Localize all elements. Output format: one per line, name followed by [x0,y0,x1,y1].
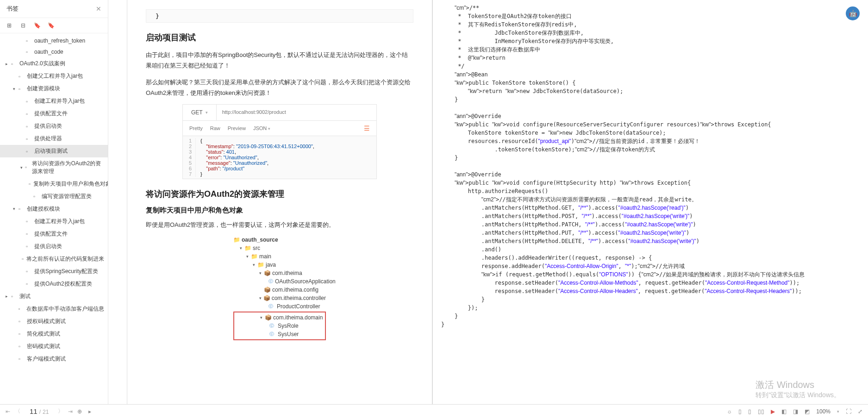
project-tree: 📁oauth_source ▾📁src ▾📁main ▾📁java ▾📦com.… [233,236,326,340]
code-panel: "cm">/** * TokenStore是OAuth2保存token的接口 *… [432,0,868,404]
bookmark-item[interactable]: ▫启动项目测试 [0,145,108,157]
postman-screenshot: GET▾ http://localhost:9002/product Prett… [182,104,377,179]
bookmark-item[interactable]: ▫复制昨天项目中用户和角色对象 [0,178,108,190]
bookmark-item[interactable]: ▫提供处理器 [0,132,108,145]
bookmark-alt-icon[interactable]: 🔖 [47,22,55,29]
view-single-icon[interactable]: ▯ [738,408,742,415]
prev-page-icon[interactable]: 〈 [15,407,20,415]
tab-raw: Raw [210,125,220,131]
fit-width-icon[interactable]: ⛶ [846,408,851,415]
brightness-icon[interactable]: ☼ [727,408,732,415]
bookmark-item[interactable]: ▫编写资源管理配置类 [0,190,108,203]
paragraph: 由于此刻，项目中添加的有SpringBoot的Security包，默认不通过认证… [146,50,413,71]
bookmark-item[interactable]: ▾▫创建资源模块 [0,82,108,95]
paragraph: 那么如何解决呢？第三天我们是采用单点登录的方式解决了这个问题，那么今天我们把这个… [146,77,413,99]
bookmark-item[interactable]: ▾▫将访问资源作为OAuth2的资源来管理 [0,157,108,178]
bookmark-item[interactable]: ▾▫创建授权模块 [0,203,108,215]
bookmark-icon[interactable]: 🔖 [33,22,41,29]
bookmark-item[interactable]: ▫提供配置文件 [0,107,108,120]
heading-oauth2-resource: 将访问资源作为OAuth2的资源来管理 [146,188,413,200]
sidebar-title: 书签 [6,5,19,13]
http-method: GET▾ [183,105,217,120]
bookmark-item[interactable]: ▫客户端模式测试 [0,353,108,365]
bookmark-item[interactable]: ▫在数据库中手动添加客户端信息 [0,303,108,315]
last-page-icon[interactable]: ⇥ [68,408,73,415]
close-icon[interactable]: ✕ [96,5,101,12]
bookmark-item[interactable]: ▫提供启动类 [0,240,108,253]
bookmark-item[interactable]: ▫创建工程并导入jar包 [0,215,108,228]
tool-icon-3[interactable]: ◩ [805,408,810,415]
tab-json: JSON ▾ [253,125,270,131]
bookmark-item[interactable]: ▫oauth_code [0,46,108,57]
fullscreen-icon[interactable]: ⤢ [858,408,862,415]
bookmark-sidebar: 书签 ✕ ⊞ ⊟ 🔖 🔖 ▫oauth_refresh_token▫oauth_… [0,0,108,404]
bookmark-item[interactable]: ▫提供配置文件 [0,228,108,240]
heading-startup-test: 启动项目测试 [146,32,413,43]
wrap-icon: ☰ [364,125,370,132]
tool-icon-2[interactable]: ◨ [793,408,798,415]
play-icon[interactable]: ▶ [771,408,775,415]
zoom-level[interactable]: 100% [816,408,831,415]
view-continuous-icon[interactable]: ▯ [748,408,751,415]
assistant-float-button[interactable]: 🤖 [846,6,860,20]
bookmark-item[interactable]: ▫提供启动类 [0,120,108,132]
bookmark-item[interactable]: ▫创建父工程并导入jar包 [0,70,108,82]
url-input: http://localhost:9002/product [217,105,376,120]
bookmark-item[interactable]: ▫提供SpringSecurity配置类 [0,265,108,278]
code-fragment: } [146,9,413,23]
sidebar-toolbar: ⊞ ⊟ 🔖 🔖 [0,18,108,33]
document-page: } 启动项目测试 由于此刻，项目中添加的有SpringBoot的Security… [127,0,432,404]
tab-pretty: Pretty [189,125,203,131]
heading-copy-objects: 复制昨天项目中用户和角色对象 [146,206,413,215]
bookmark-item[interactable]: ▫授权码模式测试 [0,315,108,328]
bookmark-item[interactable]: ▫提供OAuth2授权配置类 [0,278,108,290]
bookmark-tree: ▫oauth_refresh_token▫oauth_code▸▫OAuth2.… [0,33,108,404]
next-page-icon[interactable]: 〉 [58,407,63,415]
bookmark-item[interactable]: ▫密码模式测试 [0,340,108,353]
expand-all-icon[interactable]: ⊞ [6,22,13,29]
add-page-icon[interactable]: ⊕ [77,408,82,415]
view-facing-icon[interactable]: ▯▯ [758,408,764,415]
status-bar: ⇤ 〈 11/21 〉 ⇥ ⊕ ▸ ☼ ▯ ▯ ▯▯ ▶ ◧ ◨ ◩ 100% … [0,404,868,418]
paragraph: 即便是用OAuth2管理资源，也一样需要认证，这两个对象还是需要的。 [146,219,413,230]
tab-preview: Preview [228,125,246,131]
collapse-all-icon[interactable]: ⊟ [19,22,27,29]
bookmark-item[interactable]: ▫创建工程并导入jar包 [0,95,108,107]
bookmark-item[interactable]: ▫将之前所有认证的代码复制进来 [0,253,108,265]
bookmark-item[interactable]: ▸▫OAuth2.0实战案例 [0,57,108,70]
first-page-icon[interactable]: ⇤ [6,408,10,415]
arrow-right-icon[interactable]: ▸ [88,408,91,415]
bookmark-item[interactable]: ▫简化模式测试 [0,328,108,340]
bookmark-item[interactable]: ▫oauth_refresh_token [0,35,108,46]
bookmark-item[interactable]: ▸▫测试 [0,290,108,303]
tool-icon-1[interactable]: ◧ [781,408,787,415]
page-indicator: 11/21 [30,407,49,415]
